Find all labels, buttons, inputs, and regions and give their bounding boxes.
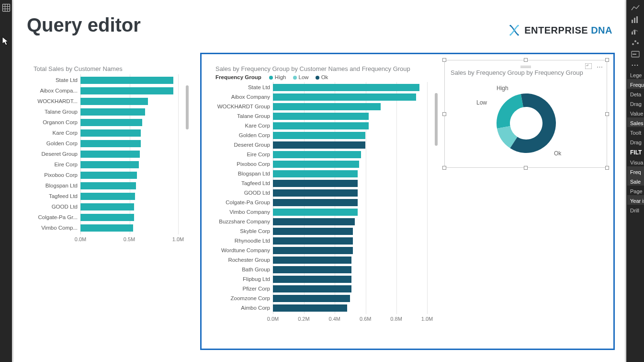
more-visuals-icon[interactable]: ⋯ xyxy=(631,60,644,70)
field-well-label[interactable]: Visua xyxy=(627,157,644,166)
bar-fill[interactable] xyxy=(273,247,353,254)
bar-fill[interactable] xyxy=(80,193,135,200)
chart-scrollbar[interactable] xyxy=(435,93,438,146)
bar-row[interactable]: Pixoboo Corp xyxy=(215,160,427,168)
bar-fill[interactable] xyxy=(273,122,369,129)
bar-fill[interactable] xyxy=(80,140,141,147)
field-well-label[interactable]: Lege xyxy=(627,70,644,79)
bar-fill[interactable] xyxy=(80,98,148,105)
bar-row[interactable]: Tagfeed Ltd xyxy=(215,179,427,187)
bar-fill[interactable] xyxy=(273,304,347,312)
bar-row[interactable]: Colgate-Pa Gr... xyxy=(33,212,178,222)
bar-row[interactable]: Pfizer Corp xyxy=(215,284,427,293)
card-visual-gallery-icon[interactable] xyxy=(630,49,641,59)
bar-row[interactable]: State Ltd xyxy=(215,83,427,92)
bar-row[interactable]: Aimbo Corp xyxy=(215,304,427,312)
bar-row[interactable]: Wordtune Company xyxy=(215,246,427,255)
bar-row[interactable]: Eire Corp xyxy=(33,160,178,169)
chart-scrollbar[interactable] xyxy=(186,85,189,129)
bar-fill[interactable] xyxy=(273,103,381,110)
donut-slice[interactable] xyxy=(497,94,523,128)
bar-row[interactable]: WOCKHARDT Group xyxy=(215,102,427,111)
bar-fill[interactable] xyxy=(273,132,365,139)
field-well-label[interactable]: Deta xyxy=(627,89,644,98)
field-well-label[interactable]: Toolt xyxy=(627,127,644,137)
bar-row[interactable]: Deseret Group xyxy=(215,140,427,149)
bar-fill[interactable] xyxy=(80,161,139,168)
field-well-label[interactable]: Frequ xyxy=(627,79,644,89)
focus-mode-icon[interactable] xyxy=(585,63,592,70)
visual-drag-handle-icon[interactable] xyxy=(520,63,531,66)
bar-fill[interactable] xyxy=(80,172,137,179)
bar-fill[interactable] xyxy=(273,276,351,283)
bar-row[interactable]: Golden Corp xyxy=(33,139,178,148)
bar-fill[interactable] xyxy=(273,161,359,168)
bar-row[interactable]: Talane Group xyxy=(33,107,178,117)
bar-fill[interactable] xyxy=(80,108,145,116)
bar-row[interactable]: Deseret Group xyxy=(33,149,178,159)
field-well-label[interactable]: Freq xyxy=(627,166,644,176)
bar-row[interactable]: Organon Corp xyxy=(33,117,178,127)
field-well-label[interactable]: Sales xyxy=(627,117,644,127)
bar-row[interactable]: Blogspan Ltd xyxy=(215,169,427,178)
bar-row[interactable]: Golden Corp xyxy=(215,131,427,140)
bar-row[interactable]: Rhynoodle Ltd xyxy=(215,236,427,245)
legend-item[interactable]: Ok xyxy=(316,74,328,80)
field-well-label[interactable]: Drag xyxy=(627,137,644,146)
bar-fill[interactable] xyxy=(80,182,136,189)
bar-row[interactable]: Kare Corp xyxy=(33,128,178,138)
bar-fill[interactable] xyxy=(80,119,142,126)
bar-fill[interactable] xyxy=(80,224,133,232)
bar-row[interactable]: State Ltd xyxy=(33,75,178,85)
bar-row[interactable]: Rochester Group xyxy=(215,256,427,264)
field-well-label[interactable]: Drill xyxy=(627,205,644,214)
bar-fill[interactable] xyxy=(273,228,353,235)
bar-row[interactable]: Vimbo Comp... xyxy=(33,223,178,233)
scatter-chart-gallery-icon[interactable] xyxy=(630,37,641,48)
total-sales-chart[interactable]: Total Sales by Customer Names State LtdA… xyxy=(28,62,191,245)
field-well-label[interactable]: Year is 20 xyxy=(627,195,644,205)
field-well-label[interactable]: Page xyxy=(627,186,644,195)
bar-fill[interactable] xyxy=(80,203,134,210)
bar-fill[interactable] xyxy=(273,285,351,292)
bar-row[interactable]: Skyble Corp xyxy=(215,227,427,235)
bar-row[interactable]: Aibox Compa... xyxy=(33,86,178,95)
bar-row[interactable]: Kare Corp xyxy=(215,121,427,130)
bar-row[interactable]: Flipbug Ltd xyxy=(215,275,427,283)
bar-fill[interactable] xyxy=(273,151,361,158)
bar-fill[interactable] xyxy=(273,295,350,302)
bar-fill[interactable] xyxy=(273,209,358,216)
legend-item[interactable]: Low xyxy=(293,74,309,80)
bar-row[interactable]: Colgate-Pa Group xyxy=(215,198,427,207)
bar-fill[interactable] xyxy=(273,266,351,273)
more-options-icon[interactable]: ⋯ xyxy=(597,63,603,70)
bar-fill[interactable] xyxy=(273,257,351,264)
bar-row[interactable]: Pixoboo Corp xyxy=(33,170,178,180)
bar-fill[interactable] xyxy=(273,218,355,225)
frequency-donut-chart[interactable]: ⋯ Sales by Frequency Group by Frequency … xyxy=(444,60,607,168)
bar-fill[interactable] xyxy=(273,237,353,245)
bar-fill[interactable] xyxy=(273,170,358,177)
bar-row[interactable]: Tagfeed Ltd xyxy=(33,191,178,201)
bar-fill[interactable] xyxy=(273,189,358,197)
bar-fill[interactable] xyxy=(80,214,134,221)
bar-row[interactable]: Blogspan Ltd xyxy=(33,181,178,190)
combo-chart-gallery-icon[interactable] xyxy=(630,26,641,36)
donut-svg[interactable] xyxy=(445,80,607,169)
bar-row[interactable]: Eire Corp xyxy=(215,150,427,159)
bar-row[interactable]: GOOD Ltd xyxy=(33,202,178,211)
bar-row[interactable]: Talane Group xyxy=(215,112,427,120)
bar-fill[interactable] xyxy=(273,84,419,91)
bar-row[interactable]: Vimbo Company xyxy=(215,208,427,216)
legend-item[interactable]: High xyxy=(269,74,286,80)
table-view-icon[interactable] xyxy=(1,3,11,12)
bar-row[interactable]: Bath Group xyxy=(215,265,427,274)
bar-fill[interactable] xyxy=(273,199,358,206)
bar-fill[interactable] xyxy=(80,77,173,84)
bar-fill[interactable] xyxy=(80,129,141,137)
bar-row[interactable]: WOCKHARDT... xyxy=(33,96,178,106)
field-well-label[interactable]: Value xyxy=(627,108,644,117)
bar-fill[interactable] xyxy=(273,141,365,149)
field-well-label[interactable]: Drag xyxy=(627,98,644,108)
sales-by-frequency-chart[interactable]: Sales by Frequency Group by Customer Nam… xyxy=(210,62,440,345)
